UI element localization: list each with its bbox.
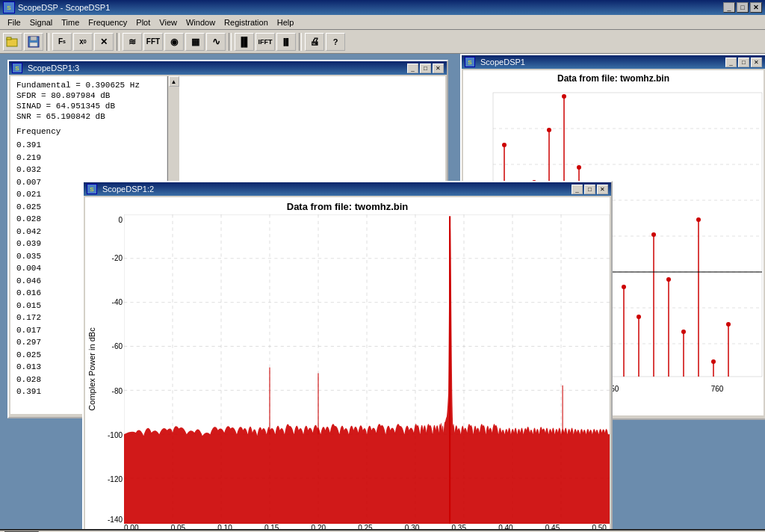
menu-window[interactable]: Window — [182, 16, 220, 28]
menu-bar: File Signal Time Frequency Plot View Win… — [0, 15, 765, 30]
mdi-area: S ScopeDSP1:3 _ □ ✕ Fundamental = 0.3906… — [0, 54, 765, 529]
svg-point-32 — [637, 315, 641, 319]
scrollbar-up[interactable]: ▲ — [169, 76, 179, 87]
win2-icon: S — [87, 184, 97, 194]
fs-button[interactable]: Fs — [52, 33, 72, 51]
win-right-title: ScopeDSP1 — [480, 58, 525, 66]
toolbar-sep-1 — [46, 33, 49, 51]
app-icon: S — [3, 1, 15, 13]
win3-minimize[interactable]: _ — [407, 64, 418, 73]
win3-maximize[interactable]: □ — [420, 64, 431, 73]
svg-point-44 — [726, 322, 731, 327]
chart-plot-area — [124, 214, 610, 524]
win-right-maximize[interactable]: □ — [738, 58, 749, 67]
spectrum-button[interactable]: ≋ — [123, 33, 142, 51]
win3-sfdr: SFDR = 80.897984 dB — [16, 91, 161, 100]
win-right-title-bar: S ScopeDSP1 _ □ ✕ — [462, 55, 765, 69]
close-button[interactable]: ✕ — [750, 2, 762, 13]
maximize-button[interactable]: □ — [737, 2, 749, 13]
menu-time[interactable]: Time — [57, 16, 84, 28]
win3-sinad: SINAD = 64.951345 dB — [16, 102, 161, 111]
bars2-button[interactable]: ▐▌ — [235, 33, 254, 51]
menu-file[interactable]: File — [3, 16, 25, 28]
save-button[interactable] — [24, 33, 43, 51]
menu-signal[interactable]: Signal — [25, 16, 58, 28]
svg-text:760: 760 — [711, 385, 724, 393]
help-button[interactable]: ? — [326, 33, 345, 51]
svg-point-22 — [562, 94, 566, 99]
svg-rect-4 — [30, 43, 37, 46]
svg-point-30 — [622, 285, 626, 289]
win3-freq-header: Frequency — [16, 127, 161, 136]
y-axis-ticks: 0 -20 -40 -60 -80 -100 -120 -140 — [99, 214, 124, 524]
toolbar-sep-3 — [229, 33, 232, 51]
win3-close[interactable]: ✕ — [433, 64, 444, 73]
sine-button[interactable]: ∿ — [206, 33, 226, 51]
toolbar-sep-4 — [299, 33, 302, 51]
win3-icon: S — [12, 63, 22, 73]
x-axis-area: 0.00 0.05 0.10 0.15 0.20 0.25 0.30 0.35 … — [85, 524, 610, 529]
menu-frequency[interactable]: Frequency — [84, 16, 131, 28]
svg-rect-3 — [31, 37, 37, 40]
app-title: ScopeDSP - ScopeDSP1 — [18, 3, 110, 12]
menu-registration[interactable]: Registration — [220, 16, 273, 28]
svg-point-38 — [681, 330, 686, 334]
win-right-controls: _ □ ✕ — [725, 58, 762, 67]
win2-title: ScopeDSP1:2 — [102, 185, 154, 194]
ifft2-button[interactable]: ▐▌ — [276, 33, 296, 51]
win3-snr: SNR = 65.190842 dB — [16, 112, 161, 121]
title-bar: S ScopeDSP - ScopeDSP1 _ □ ✕ — [0, 0, 765, 15]
svg-point-40 — [696, 217, 701, 222]
svg-point-20 — [547, 128, 551, 132]
win-right-close[interactable]: ✕ — [751, 58, 762, 67]
svg-rect-1 — [7, 37, 11, 40]
toolbar-sep-2 — [117, 33, 120, 51]
win2-maximize[interactable]: □ — [584, 185, 595, 194]
svg-point-42 — [711, 359, 716, 364]
x0-button[interactable]: x0 — [73, 33, 93, 51]
menu-help[interactable]: Help — [273, 16, 299, 28]
win2-controls: _ □ ✕ — [572, 185, 608, 194]
svg-point-24 — [577, 165, 581, 170]
print-button[interactable]: 🖨 — [305, 33, 324, 51]
win2-close[interactable]: ✕ — [597, 185, 608, 194]
toolbar: Fs x0 ✕ ≋ FFT ◉ ▦ ∿ ▐▌ IFFT ▐▌ 🖨 ? — [0, 30, 765, 54]
spectrum-chart — [124, 214, 610, 524]
win-right-icon: S — [465, 57, 475, 67]
svg-point-14 — [502, 143, 507, 147]
wave-button[interactable]: ◉ — [164, 33, 184, 51]
win3-fundamental: Fundamental = 0.390625 Hz — [16, 81, 161, 90]
svg-point-36 — [666, 277, 671, 282]
svg-point-34 — [651, 232, 656, 237]
fft-button[interactable]: FFT — [143, 33, 163, 51]
y-axis-label: Complex Power in dBc — [87, 327, 96, 410]
bar-button[interactable]: ▦ — [185, 33, 205, 51]
clear-button[interactable]: ✕ — [94, 33, 114, 51]
ifft-button[interactable]: IFFT — [255, 33, 275, 51]
win-right-minimize[interactable]: _ — [725, 58, 737, 67]
minimize-button[interactable]: _ — [723, 2, 735, 13]
win3-controls: _ □ ✕ — [407, 64, 444, 73]
open-button[interactable] — [3, 33, 22, 51]
win2-chart-title: Data from file: twomhz.bin — [85, 197, 610, 214]
status-bar: Ready — [0, 529, 765, 532]
win2-minimize[interactable]: _ — [572, 185, 583, 194]
win-right-chart-title: Data from file: twomhz.bin — [463, 70, 764, 85]
window-controls: _ □ ✕ — [723, 2, 762, 13]
win3-title: ScopeDSP1:3 — [28, 64, 79, 72]
window-2: S ScopeDSP1:2 _ □ ✕ Data from file: twom… — [82, 181, 613, 529]
win2-title-bar: S ScopeDSP1:2 _ □ ✕ — [84, 182, 611, 196]
menu-view[interactable]: View — [155, 16, 182, 28]
win3-title-bar: S ScopeDSP1:3 _ □ ✕ — [9, 61, 447, 75]
menu-plot[interactable]: Plot — [131, 16, 155, 28]
